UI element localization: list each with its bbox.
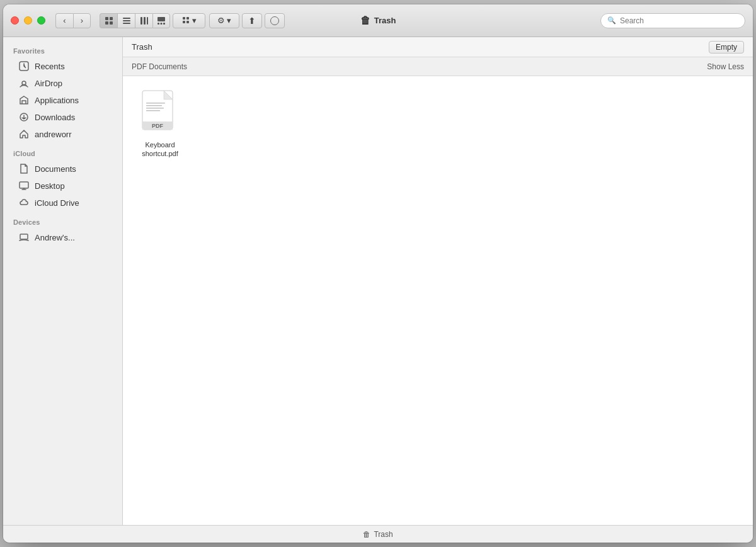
trash-title: Trash [132, 42, 152, 52]
svg-rect-6 [123, 23, 130, 24]
minimize-button[interactable] [24, 16, 32, 25]
icloud-label: iCloud [3, 147, 122, 160]
svg-rect-17 [186, 21, 189, 23]
section-label: PDF Documents [132, 62, 187, 71]
favorites-label: Favorites [3, 45, 122, 57]
list-view-icon [122, 16, 131, 25]
svg-rect-8 [144, 17, 146, 25]
icloud-drive-label: iCloud Drive [35, 198, 79, 208]
settings-button[interactable]: ⚙ ▾ [209, 13, 239, 28]
list-view-button[interactable] [117, 13, 135, 28]
svg-rect-27 [146, 110, 160, 111]
column-view-icon [140, 16, 149, 25]
svg-rect-15 [186, 17, 189, 20]
svg-rect-10 [158, 17, 165, 21]
section-header: PDF Documents Show Less [123, 57, 753, 76]
file-item-keyboard-shortcut[interactable]: PDF Keyboard shortcut.pdf [132, 85, 188, 164]
icloud-drive-icon [18, 197, 30, 208]
finder-window: ‹ › [3, 4, 753, 543]
file-icon: PDF [140, 90, 180, 137]
view-mode-group [100, 13, 170, 28]
empty-button[interactable]: Empty [709, 41, 744, 54]
airdrop-icon [18, 77, 30, 89]
forward-button[interactable]: › [73, 13, 91, 28]
title-bar: ‹ › [3, 4, 753, 37]
svg-rect-25 [146, 105, 162, 106]
sidebar-item-documents[interactable]: Documents [8, 161, 117, 177]
home-label: andreworr [35, 130, 72, 139]
svg-rect-3 [110, 21, 113, 25]
share-icon: ⬆ [248, 16, 256, 26]
gallery-view-button[interactable] [152, 13, 170, 28]
status-bar: 🗑 Trash [3, 525, 753, 543]
documents-label: Documents [35, 164, 76, 174]
downloads-icon [18, 111, 30, 123]
share-button[interactable]: ⬆ [242, 13, 262, 28]
sidebar-item-airdrop[interactable]: AirDrop [8, 75, 117, 91]
laptop-icon [18, 232, 30, 243]
arrange-button[interactable]: ▾ [173, 13, 205, 28]
file-area-header: Trash Empty [123, 37, 753, 57]
main-content: Favorites Recents AirDrop Applications [3, 37, 753, 525]
home-icon [18, 128, 30, 140]
status-trash-icon: 🗑 [363, 530, 370, 539]
sidebar: Favorites Recents AirDrop Applications [3, 37, 123, 525]
svg-rect-22 [20, 234, 28, 239]
back-button[interactable]: ‹ [55, 13, 73, 28]
toolbar-nav: ‹ › [55, 13, 91, 28]
nav-button-group: ‹ › [55, 13, 91, 28]
icloud-section: iCloud Documents Desktop [3, 147, 122, 211]
show-less-button[interactable]: Show Less [707, 62, 744, 71]
sidebar-item-recents[interactable]: Recents [8, 58, 117, 74]
applications-icon [18, 94, 30, 106]
close-button[interactable] [11, 16, 19, 25]
arrange-arrow: ▾ [192, 16, 197, 25]
file-name: Keyboard shortcut.pdf [134, 140, 186, 159]
view-buttons: ▾ [100, 13, 205, 28]
airdrop-label: AirDrop [35, 79, 62, 88]
recents-label: Recents [35, 62, 65, 71]
desktop-label: Desktop [35, 181, 65, 191]
maximize-button[interactable] [37, 16, 45, 25]
svg-rect-0 [105, 17, 108, 20]
arrange-icon [182, 16, 190, 25]
gallery-view-icon [157, 16, 166, 25]
svg-rect-4 [123, 18, 130, 19]
svg-rect-24 [146, 103, 165, 104]
svg-rect-11 [158, 23, 159, 25]
sidebar-item-applications[interactable]: Applications [8, 92, 117, 108]
search-icon: 🔍 [607, 16, 616, 25]
title-text: Trash [374, 16, 396, 25]
title-trash-icon: 🗑 [360, 15, 370, 26]
gear-arrow: ▾ [227, 16, 231, 25]
status-text: 🗑 Trash [363, 530, 392, 539]
svg-rect-14 [183, 17, 185, 20]
recents-icon [18, 60, 30, 72]
svg-text:PDF: PDF [152, 123, 164, 129]
downloads-label: Downloads [35, 113, 75, 122]
sidebar-item-desktop[interactable]: Desktop [8, 178, 117, 194]
sidebar-item-andrews[interactable]: Andrew's... [8, 229, 117, 245]
sidebar-item-downloads[interactable]: Downloads [8, 109, 117, 125]
svg-rect-1 [110, 17, 113, 20]
sidebar-item-home[interactable]: andreworr [8, 126, 117, 142]
file-area: Trash Empty PDF Documents Show Less [123, 37, 753, 525]
column-view-button[interactable] [135, 13, 152, 28]
icon-view-button[interactable] [100, 13, 117, 28]
svg-rect-21 [20, 182, 28, 188]
svg-rect-26 [146, 108, 164, 109]
tag-button[interactable] [265, 13, 285, 28]
svg-rect-7 [140, 17, 142, 25]
window-title: 🗑 Trash [360, 15, 396, 26]
tag-icon [270, 16, 279, 25]
file-grid: PDF Keyboard shortcut.pdf [123, 76, 753, 525]
applications-label: Applications [35, 96, 79, 105]
documents-icon [18, 163, 30, 174]
toolbar-search: 🔍 [600, 13, 745, 28]
status-label: Trash [374, 530, 392, 539]
action-buttons: ⚙ ▾ ⬆ [209, 13, 285, 28]
sidebar-item-icloud-drive[interactable]: iCloud Drive [8, 195, 117, 211]
svg-rect-2 [105, 21, 108, 25]
search-input[interactable] [620, 16, 738, 25]
search-bar[interactable]: 🔍 [600, 13, 745, 28]
